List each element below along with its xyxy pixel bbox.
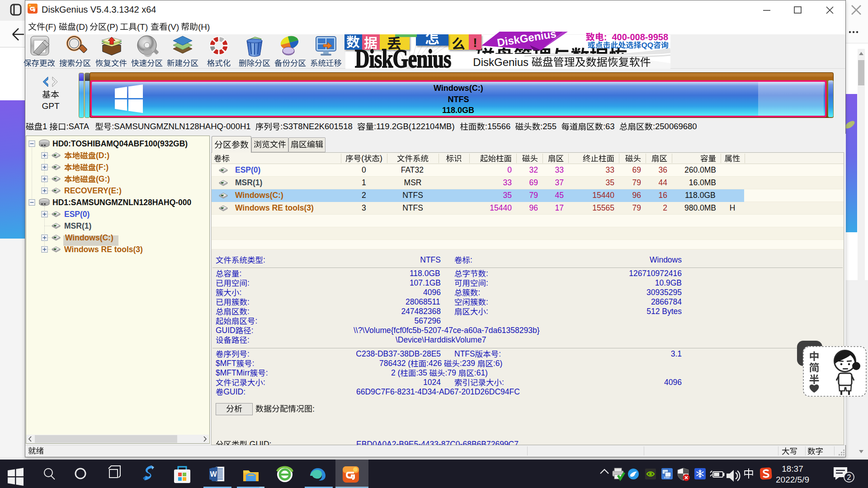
svg-text:intel: intel [664, 476, 670, 479]
svg-text:2: 2 [847, 474, 851, 481]
svg-text:W: W [210, 470, 217, 478]
